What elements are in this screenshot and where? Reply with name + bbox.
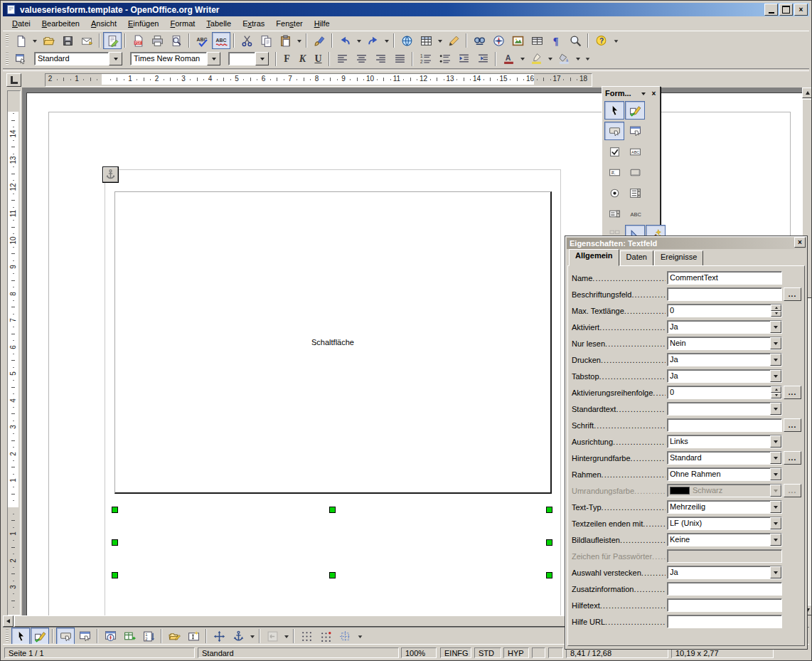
nur-lesen-dropdown-button[interactable] xyxy=(770,337,781,349)
autospellcheck-button[interactable]: ABC xyxy=(212,32,230,49)
selection-handle[interactable] xyxy=(546,572,552,578)
help-button[interactable]: ? xyxy=(592,32,610,49)
hintergrundfarbe-field[interactable]: Standard xyxy=(667,451,782,465)
selection-handle[interactable] xyxy=(112,539,118,546)
combo-box-button[interactable] xyxy=(604,204,624,223)
control-properties-button[interactable] xyxy=(56,628,75,645)
tabstop-field[interactable]: Ja xyxy=(667,369,782,383)
option-button-button[interactable] xyxy=(604,184,624,202)
indent-increase-button[interactable] xyxy=(474,51,492,68)
spin-down-button[interactable] xyxy=(771,393,781,399)
schrift-field[interactable] xyxy=(667,418,782,432)
zeichen-f-r-passw-rter-field[interactable] xyxy=(667,549,782,563)
align-justify-button[interactable] xyxy=(390,51,409,68)
toolbar-grip[interactable] xyxy=(6,53,9,65)
highlighting-dropdown[interactable] xyxy=(546,51,554,67)
bildlaufleisten-field[interactable]: Keine xyxy=(667,533,782,546)
paragraph-style-value[interactable]: Standard xyxy=(34,52,109,65)
formatted-field-button[interactable]: #. xyxy=(604,163,624,181)
align-center-button[interactable] xyxy=(352,51,370,68)
selection-handle[interactable] xyxy=(546,507,552,513)
tab-daten[interactable]: Daten xyxy=(620,250,653,266)
hilfe-url-field[interactable] xyxy=(667,615,782,628)
dialog-title-bar[interactable]: Eigenschaften: Textfeld xyxy=(567,238,806,249)
indent-decrease-button[interactable] xyxy=(454,51,473,68)
textzeilen-enden-mit-dropdown-button[interactable] xyxy=(770,517,781,529)
status-page-style[interactable]: Standard xyxy=(198,647,399,658)
edit-file-button[interactable] xyxy=(103,32,122,49)
beschriftungsfeld-more-button[interactable]: ... xyxy=(784,287,801,301)
undo-button[interactable] xyxy=(336,32,354,49)
status-zoom-level[interactable]: 100% xyxy=(401,647,437,658)
font-name-value[interactable]: Times New Roman xyxy=(130,52,207,65)
spellcheck-button[interactable]: ABC xyxy=(193,32,211,49)
title-bar[interactable]: valueseriesform.template - OpenOffice.or… xyxy=(3,3,809,16)
redo-button[interactable] xyxy=(363,32,382,49)
selection-handle[interactable] xyxy=(112,572,118,578)
select-button[interactable] xyxy=(604,101,624,120)
status-page-number[interactable]: Seite 1 / 1 xyxy=(4,647,195,658)
design-mode-button[interactable] xyxy=(31,628,49,645)
name-field[interactable]: CommentText xyxy=(667,271,782,285)
copy-button[interactable] xyxy=(257,32,275,49)
open-button[interactable] xyxy=(39,32,58,49)
selection-handle[interactable] xyxy=(329,572,336,578)
menu-ansicht[interactable]: Ansicht xyxy=(85,18,122,29)
nonprinting-characters-button[interactable]: ¶ xyxy=(547,32,565,49)
ausrichtung-dropdown-button[interactable] xyxy=(770,435,781,448)
change-anchor-dropdown[interactable] xyxy=(248,628,256,644)
close-button[interactable]: × xyxy=(794,4,808,16)
pushbutton-control[interactable]: Schaltfläche xyxy=(114,191,552,494)
undo-dropdown[interactable] xyxy=(355,33,363,48)
email-button[interactable] xyxy=(78,32,96,49)
label-field-button[interactable]: ABC xyxy=(625,204,645,223)
aktiviert-dropdown-button[interactable] xyxy=(770,321,781,333)
hilfetext-field[interactable] xyxy=(667,598,782,612)
status-insert-mode[interactable]: EINFG xyxy=(440,647,471,658)
auswahl-verstecken-dropdown-button[interactable] xyxy=(770,566,781,578)
aktivierungsreihenfolge-spinner[interactable] xyxy=(771,386,781,398)
bildlaufleisten-dropdown-button[interactable] xyxy=(770,534,781,546)
drucken-dropdown-button[interactable] xyxy=(770,354,781,366)
horizontal-ruler[interactable]: 21123456789101112131415161718 xyxy=(22,73,808,87)
data-sources-button[interactable] xyxy=(528,32,546,49)
menu-tabelle[interactable]: Tabelle xyxy=(201,18,237,29)
menu-hilfe[interactable]: Hilfe xyxy=(309,18,336,29)
checkbox-field-button[interactable] xyxy=(604,142,624,161)
toolbar-menu-button[interactable] xyxy=(639,89,648,98)
zoom-button[interactable] xyxy=(566,32,584,49)
automatic-control-focus-button[interactable] xyxy=(184,628,203,645)
paragraph-style-dropdown-button[interactable] xyxy=(109,52,122,65)
gallery-button[interactable] xyxy=(508,32,527,49)
new-document-dropdown[interactable] xyxy=(31,33,38,48)
font-color-dropdown[interactable] xyxy=(518,51,526,67)
aktiviert-field[interactable]: Ja xyxy=(667,320,782,334)
toolbar-overflow-button[interactable] xyxy=(611,32,621,49)
cut-button[interactable] xyxy=(237,32,256,49)
schrift-more-button[interactable]: ... xyxy=(784,418,801,432)
scroll-up-button[interactable] xyxy=(802,88,812,98)
toolbar-close-button[interactable]: × xyxy=(649,89,658,98)
text-typ-field[interactable]: Mehrzeilig xyxy=(667,500,782,514)
format-paintbrush-button[interactable] xyxy=(310,32,328,49)
anchor-marker-icon[interactable] xyxy=(102,166,119,183)
insert-table-button[interactable] xyxy=(417,32,435,49)
change-anchor-button[interactable] xyxy=(229,628,247,645)
spin-down-button[interactable] xyxy=(771,311,781,317)
menu-format[interactable]: Format xyxy=(164,18,201,29)
background-color-button[interactable] xyxy=(555,51,573,68)
maximize-button[interactable] xyxy=(779,4,793,16)
align-right-button[interactable] xyxy=(371,51,390,68)
insert-table-dropdown[interactable] xyxy=(436,33,444,48)
align-left-button[interactable] xyxy=(333,51,351,68)
umrandungsfarbe-field[interactable]: Schwarz xyxy=(667,484,782,497)
text-box-button[interactable]: ABC xyxy=(625,142,645,161)
max-textl-nge-field[interactable]: 0 xyxy=(667,304,782,317)
spin-up-button[interactable] xyxy=(771,305,781,311)
vertical-ruler[interactable]: 1413121110987654321123 xyxy=(6,88,21,615)
numbering-button[interactable]: 12 xyxy=(416,51,434,68)
add-field-button[interactable] xyxy=(120,628,139,645)
italic-button[interactable]: K xyxy=(295,51,310,67)
selection-handle[interactable] xyxy=(329,507,336,513)
navigator-button[interactable] xyxy=(489,32,508,49)
